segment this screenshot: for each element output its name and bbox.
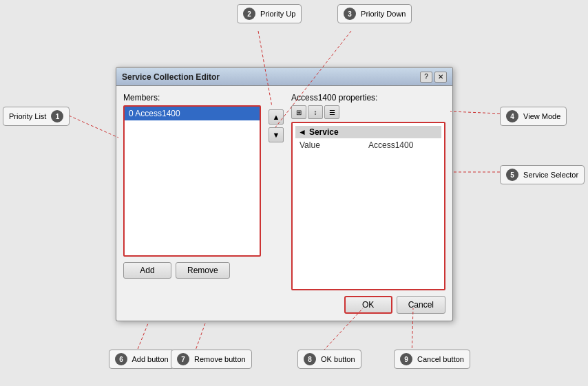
service-collection-editor-dialog: Service Collection Editor ? ✕ Members: 0…: [116, 67, 453, 321]
properties-toolbar: ⊞ ↕ ☰: [291, 105, 445, 119]
service-section-header[interactable]: ◄ Service: [295, 126, 441, 138]
dialog-panels: Members: 0 Access1400 Add Remove ▲ ▼ Acc…: [123, 93, 445, 314]
callout-num-8: 8: [304, 353, 316, 365]
callout-num-4: 4: [506, 110, 518, 122]
dialog-close-button[interactable]: ✕: [434, 72, 447, 83]
properties-view-categorized[interactable]: ⊞: [291, 105, 306, 119]
properties-box: ◄ Service Value Access1400: [291, 122, 445, 290]
callout-ok-button: 8 OK button: [297, 350, 361, 369]
members-list[interactable]: 0 Access1400: [123, 105, 261, 257]
callout-cancel-button: 9 Cancel button: [394, 350, 470, 369]
dialog-controls: ? ✕: [420, 72, 447, 83]
callout-priority-list: Priority List 1: [3, 107, 70, 126]
callout-num-9: 9: [400, 353, 412, 365]
prop-key-value: Value: [300, 140, 355, 150]
dialog-help-button[interactable]: ?: [420, 72, 432, 83]
member-action-buttons: Add Remove: [123, 262, 261, 279]
callout-priority-up: 2 Priority Up: [237, 4, 302, 23]
callout-num-5: 5: [506, 169, 518, 181]
svg-line-0: [69, 116, 118, 138]
callout-service-selector: 5 Service Selector: [500, 165, 585, 184]
members-label: Members:: [123, 93, 261, 103]
priority-up-button[interactable]: ▲: [269, 109, 284, 125]
dialog-content: Members: 0 Access1400 Add Remove ▲ ▼ Acc…: [116, 86, 452, 321]
dialog-titlebar: Service Collection Editor ? ✕: [116, 68, 452, 86]
service-value-row: Value Access1400: [295, 138, 441, 152]
properties-view-list[interactable]: ☰: [324, 105, 339, 119]
dialog-title: Service Collection Editor: [122, 72, 220, 82]
callout-priority-down: 3 Priority Down: [337, 4, 412, 23]
properties-sort-alpha[interactable]: ↕: [308, 105, 323, 119]
callout-num-7: 7: [177, 353, 189, 365]
right-panel: Access1400 properties: ⊞ ↕ ☰ ◄ Service V…: [291, 93, 445, 314]
callout-view-mode: 4 View Mode: [500, 107, 567, 126]
dialog-action-buttons: OK Cancel: [291, 296, 445, 314]
callout-num-3: 3: [344, 8, 356, 20]
callout-add-button: 6 Add button: [109, 350, 175, 369]
ok-button[interactable]: OK: [344, 296, 392, 314]
cancel-button[interactable]: Cancel: [397, 296, 445, 314]
left-panel: Members: 0 Access1400 Add Remove: [123, 93, 261, 314]
remove-button[interactable]: Remove: [176, 262, 230, 279]
callout-num-6: 6: [115, 353, 127, 365]
callout-remove-button: 7 Remove button: [171, 350, 252, 369]
member-item-access1400[interactable]: 0 Access1400: [125, 107, 260, 120]
properties-label: Access1400 properties:: [291, 93, 445, 103]
priority-controls: ▲ ▼: [266, 93, 286, 314]
callout-num-1: 1: [51, 110, 63, 122]
svg-line-3: [450, 111, 500, 114]
priority-down-button[interactable]: ▼: [269, 127, 284, 142]
prop-value-access1400: Access1400: [368, 140, 413, 150]
add-button[interactable]: Add: [123, 262, 171, 279]
callout-num-2: 2: [243, 8, 255, 20]
